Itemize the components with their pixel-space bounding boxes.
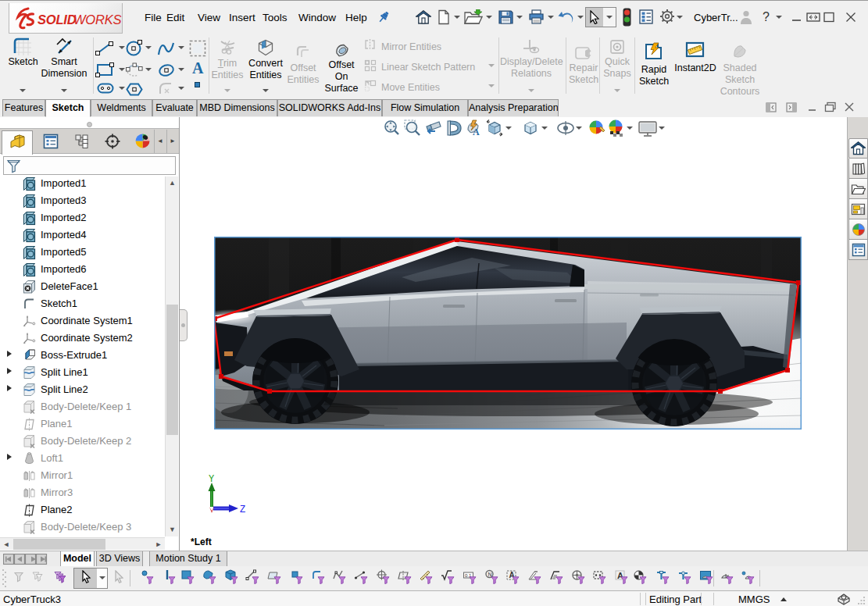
svg-text:WORKS: WORKS <box>73 12 122 27</box>
svg-text:Z: Z <box>240 504 245 515</box>
svg-text:SOLID: SOLID <box>38 12 77 27</box>
svg-text:A: A <box>473 127 480 137</box>
svg-text:A: A <box>192 59 204 76</box>
svg-text:Y: Y <box>209 474 214 485</box>
